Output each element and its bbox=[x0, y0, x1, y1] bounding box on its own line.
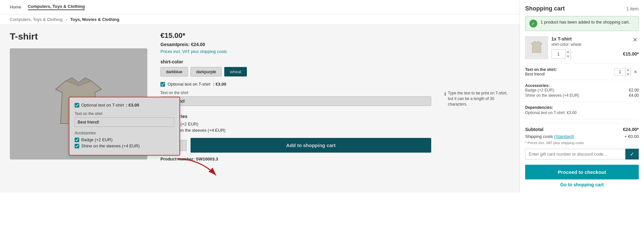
accessories-label: Accessories bbox=[160, 114, 431, 119]
optional-text-label: Optional text on T-shirt bbox=[168, 82, 211, 87]
gift-card-row: ✓ bbox=[525, 149, 639, 159]
cart-item-price: €15.00* bbox=[623, 51, 639, 57]
add-to-cart-button[interactable]: Add to shopping cart bbox=[191, 138, 431, 153]
cart-item-title: T-shirt bbox=[558, 36, 572, 42]
cart-item-color: shirt-color: wheat bbox=[551, 42, 581, 47]
cart-item-tshirt bbox=[528, 40, 545, 56]
text-qty-arrows[interactable]: ▲ ▼ bbox=[625, 67, 631, 76]
popup-sleeves-checkbox[interactable] bbox=[75, 144, 79, 148]
qty-up-arrow[interactable]: ▲ bbox=[565, 49, 571, 54]
text-label: Text on the shirt: bbox=[525, 67, 557, 72]
top-navigation: Home Computers, Toys & Clothing bbox=[0, 0, 520, 14]
subtotal-row: Subtotal €24.00* bbox=[525, 127, 639, 132]
subtotal-value: €24.00* bbox=[623, 127, 639, 132]
gesamtpreis-label: Gesamtpreis: bbox=[160, 42, 190, 47]
success-icon: ✓ bbox=[529, 20, 537, 27]
cart-qty-arrows[interactable]: ▲ ▼ bbox=[565, 49, 571, 59]
cart-qty-control: 1 ▲ ▼ bbox=[551, 49, 571, 59]
gift-card-input[interactable] bbox=[525, 149, 625, 159]
quantity-row: Add to shopping cart bbox=[160, 138, 431, 153]
vat-link[interactable]: Prices incl. VAT plus shipping costs bbox=[160, 49, 510, 54]
text-qty-up[interactable]: ▲ bbox=[625, 67, 631, 72]
popup-accessories-title: Accessories bbox=[75, 131, 174, 135]
cart-header: Shopping cart 1 item bbox=[525, 5, 639, 12]
breadcrumb-separator: › bbox=[66, 17, 67, 22]
accessory-badge-row: Badge (+2 EUR) bbox=[160, 122, 431, 126]
gesamtpreis-row: Gesamtpreis: €24.00 bbox=[160, 42, 510, 47]
dependencies-label: Dependencies: bbox=[525, 105, 639, 110]
cart-item-qty-price: 1 ▲ ▼ €15.00* bbox=[551, 49, 639, 59]
color-wheat[interactable]: wheat bbox=[224, 67, 247, 76]
badge-acc-label: Badge (+2 EUR) bbox=[525, 88, 554, 92]
svg-marker-3 bbox=[531, 41, 543, 53]
text-on-shirt-input[interactable] bbox=[160, 96, 431, 106]
cart-item-image bbox=[525, 36, 548, 59]
badge-acc-value: €2.00 bbox=[629, 88, 639, 93]
info-icon: ℹ bbox=[444, 91, 446, 97]
cart-divider-3 bbox=[525, 123, 639, 124]
badge-acc-row: Badge (+2 EUR) €2.00 bbox=[525, 88, 639, 93]
popup-label: Optional text on T-shirt bbox=[81, 103, 124, 108]
product-image-section: T-shirt Optional text on T-shirt : €3.00… bbox=[10, 31, 147, 161]
cart-divider-2 bbox=[525, 102, 639, 102]
cart-item-qty-prefix: 1x bbox=[551, 36, 557, 42]
qty-down-arrow[interactable]: ▼ bbox=[565, 54, 571, 59]
cart-qty-value: 1 bbox=[552, 52, 565, 57]
optional-text-row: Optional text on T-shirt : €3.00 bbox=[160, 82, 510, 87]
dependencies-section: Dependencies: Optional text on T-shirt: … bbox=[525, 105, 639, 115]
dependencies-value: Optional text on T-shirt: €3.00 bbox=[525, 110, 639, 115]
text-qty-down[interactable]: ▼ bbox=[625, 72, 631, 76]
color-darkblue[interactable]: darkblue bbox=[160, 67, 188, 76]
optional-text-checkbox[interactable] bbox=[160, 82, 165, 87]
product-price: €15.00* bbox=[160, 31, 510, 40]
shirt-color-label: shirt-color bbox=[160, 59, 510, 64]
sleeves-acc-label: Shine on the sleeves (+4 EUR) bbox=[525, 93, 579, 98]
shipping-value: + €0.00 bbox=[624, 134, 639, 139]
shipping-type-link[interactable]: (Standard) bbox=[554, 134, 574, 139]
gift-card-submit[interactable]: ✓ bbox=[625, 149, 639, 159]
sleeves-acc-value: €4.00 bbox=[629, 93, 639, 98]
text-qty-value: 1 bbox=[615, 70, 625, 74]
product-details: €15.00* Gesamtpreis: €24.00 Prices incl.… bbox=[160, 31, 510, 161]
popup-text-input[interactable] bbox=[75, 117, 174, 127]
accessories-cart-label: Accessories: bbox=[525, 83, 639, 88]
cart-divider-1 bbox=[525, 80, 639, 80]
cart-item-details: 1x T-shirt shirt-color: wheat ✕ 1 ▲ ▼ bbox=[551, 36, 639, 59]
text-on-shirt-section: Text on the shirt bbox=[160, 91, 431, 110]
vat-note: * Prices incl. VAT plus shipping costs bbox=[525, 141, 639, 145]
text-on-shirt-label: Text on the shirt bbox=[160, 91, 431, 95]
popup-accessory-badge: Badge (+2 EUR) bbox=[75, 137, 174, 142]
cart-title: Shopping cart bbox=[525, 5, 565, 12]
success-banner: ✓ 1 product has been added to the shoppi… bbox=[525, 16, 639, 31]
shipping-label: Shipping costs (Standard) bbox=[525, 134, 574, 139]
nav-category[interactable]: Computers, Toys & Clothing bbox=[28, 4, 85, 10]
popup-text-label: Text on the shirt bbox=[75, 111, 174, 116]
color-darkpurple[interactable]: darkpurple bbox=[191, 67, 222, 76]
product-number: Product number: SW10003.3 bbox=[160, 157, 431, 161]
product-number-value: SW10003.3 bbox=[196, 157, 218, 161]
text-value: Best friend! bbox=[525, 72, 557, 76]
popup-badge-checkbox[interactable] bbox=[75, 138, 79, 142]
popup-title-row: Optional text on T-shirt : €3.00 bbox=[75, 103, 174, 108]
hint-box: ℹ Type the text to be print on T-shirt, … bbox=[444, 91, 510, 107]
product-number-label: Product number: bbox=[160, 157, 195, 161]
product-title: T-shirt bbox=[10, 31, 147, 42]
hint-text: Type the text to be print on T-shirt, bu… bbox=[448, 91, 510, 107]
breadcrumb-current: Toys, Movies & Clothing bbox=[70, 17, 119, 22]
checkout-button[interactable]: Proceed to checkout bbox=[525, 165, 639, 179]
cart-item-name: 1x T-shirt bbox=[551, 36, 581, 42]
cart-extras: Text on the shirt: Best friend! 1 ▲ ▼ ✕ … bbox=[525, 67, 639, 119]
breadcrumb-parent[interactable]: Computers, Toys & Clothing bbox=[10, 17, 63, 22]
accessory-sleeves-row: Shine on the sleeves (+4 EUR) bbox=[160, 128, 431, 133]
remove-text-button[interactable]: ✕ bbox=[632, 69, 639, 75]
cart-item: 1x T-shirt shirt-color: wheat ✕ 1 ▲ ▼ bbox=[525, 36, 639, 63]
popup-optional-text-checkbox[interactable] bbox=[75, 103, 79, 108]
success-message: 1 product has been added to the shopping… bbox=[541, 20, 630, 25]
gesamtpreis-value: €24.00 bbox=[191, 42, 205, 47]
remove-item-button[interactable]: ✕ bbox=[631, 36, 639, 43]
accessories-section: Accessories Badge (+2 EUR) Shine on the … bbox=[160, 114, 431, 133]
shipping-row: Shipping costs (Standard) + €0.00 bbox=[525, 134, 639, 139]
nav-home[interactable]: Home bbox=[10, 5, 21, 9]
options-popup: Optional text on T-shirt : €3.00 Text on… bbox=[69, 97, 180, 156]
go-to-cart-link[interactable]: Go to shopping cart bbox=[525, 182, 639, 187]
